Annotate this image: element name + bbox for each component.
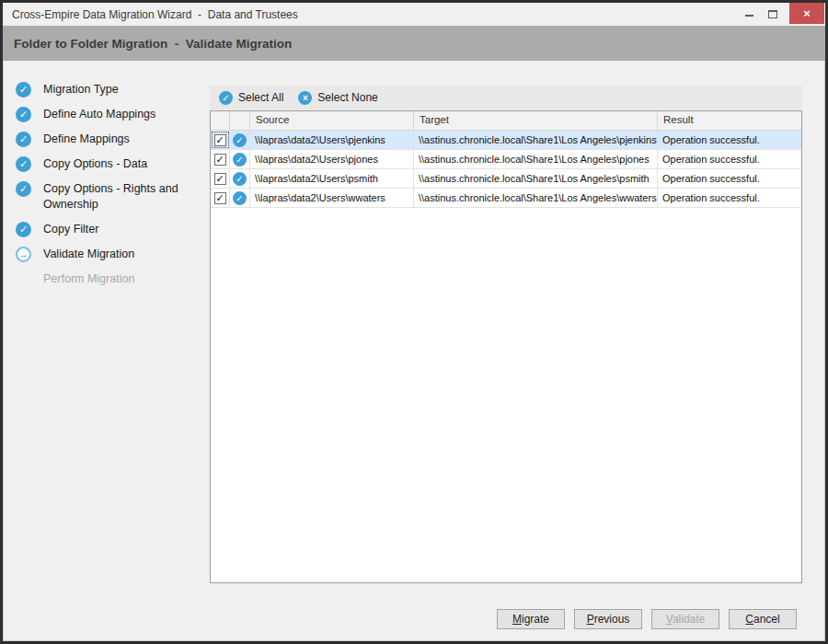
previous-button[interactable]: Previous xyxy=(574,609,642,629)
row-status-cell: ✓ xyxy=(230,150,250,168)
step-copy-options-rights: ✓ Copy Options - Rights and Ownership xyxy=(16,181,201,213)
step-copy-options-data: ✓ Copy Options - Data xyxy=(16,156,201,172)
source-cell: \\lapras\data2\Users\psmith xyxy=(250,169,414,188)
select-all-label: Select All xyxy=(238,91,283,104)
validate-button[interactable]: Validate xyxy=(651,609,719,629)
row-checkbox-cell: ✓ xyxy=(211,169,230,188)
row-checkbox-cell: ✓ xyxy=(211,189,230,207)
footer-buttons: Migrate Previous Validate Cancel xyxy=(497,609,797,629)
page-title: Folder to Folder Migration - Validate Mi… xyxy=(14,37,292,51)
result-cell: Operation successful. xyxy=(658,189,801,207)
close-button[interactable]: × xyxy=(789,3,824,24)
row-checkbox[interactable]: ✓ xyxy=(214,134,226,146)
check-circle-icon: ✓ xyxy=(219,91,233,105)
step-label: Define Mappings xyxy=(43,132,130,147)
header-result[interactable]: Result xyxy=(658,111,801,130)
source-cell: \\lapras\data2\Users\pjones xyxy=(250,150,414,168)
migrate-button[interactable]: Migrate xyxy=(497,609,565,629)
target-cell: \\astinus.chronicle.local\Share1\Los Ang… xyxy=(414,150,658,168)
source-cell: \\lapras\data2\Users\wwaters xyxy=(250,189,414,207)
selection-toolbar: ✓ Select All × Select None xyxy=(210,86,802,109)
step-complete-icon: ✓ xyxy=(16,181,31,197)
step-migration-type: ✓ Migration Type xyxy=(16,82,201,98)
cancel-button[interactable]: Cancel xyxy=(729,609,797,629)
step-label: Copy Options - Rights and Ownership xyxy=(43,181,201,213)
table-row[interactable]: ✓ ✓ \\lapras\data2\Users\psmith \\astinu… xyxy=(211,169,801,189)
target-cell: \\astinus.chronicle.local\Share1\Los Ang… xyxy=(414,189,658,207)
row-checkbox[interactable]: ✓ xyxy=(214,192,226,204)
row-status-cell: ✓ xyxy=(230,189,250,207)
step-copy-filter: ✓ Copy Filter xyxy=(16,222,201,237)
step-define-auto-mappings: ✓ Define Auto Mappings xyxy=(16,107,201,122)
wizard-steps-sidebar: ✓ Migration Type ✓ Define Auto Mappings … xyxy=(16,82,201,296)
wizard-header-band: Folder to Folder Migration - Validate Mi… xyxy=(3,26,825,61)
row-checkbox-cell: ✓ xyxy=(211,150,230,168)
step-label: Migration Type xyxy=(43,82,119,98)
step-define-mappings: ✓ Define Mappings xyxy=(16,132,201,147)
row-status-cell: ✓ xyxy=(230,131,250,149)
row-checkbox[interactable]: ✓ xyxy=(214,173,226,185)
step-label: Copy Options - Data xyxy=(43,156,147,172)
step-complete-icon: ✓ xyxy=(16,156,31,172)
minimize-button[interactable] xyxy=(737,3,761,25)
result-cell: Operation successful. xyxy=(658,150,801,168)
titlebar: Cross-Empire Data Migration Wizard - Dat… xyxy=(3,3,825,26)
minimize-icon xyxy=(745,15,753,17)
step-validate-migration: → Validate Migration xyxy=(16,247,201,262)
step-complete-icon: ✓ xyxy=(16,132,31,147)
select-all-button[interactable]: ✓ Select All xyxy=(219,91,283,105)
cross-circle-icon: × xyxy=(298,91,312,105)
step-label: Validate Migration xyxy=(43,247,134,262)
target-cell: \\astinus.chronicle.local\Share1\Los Ang… xyxy=(414,131,658,149)
select-none-button[interactable]: × Select None xyxy=(298,91,377,105)
success-check-icon: ✓ xyxy=(233,172,247,186)
header-icon-column[interactable] xyxy=(230,111,250,130)
step-label: Perform Migration xyxy=(43,271,134,287)
table-row[interactable]: ✓ ✓ \\lapras\data2\Users\pjenkins \\asti… xyxy=(211,131,801,150)
step-current-arrow-icon: → xyxy=(16,247,31,262)
step-complete-icon: ✓ xyxy=(16,82,31,98)
header-source[interactable]: Source xyxy=(250,111,414,130)
step-complete-icon: ✓ xyxy=(16,107,31,122)
row-checkbox[interactable]: ✓ xyxy=(214,154,226,166)
source-cell: \\lapras\data2\Users\pjenkins xyxy=(250,131,414,149)
window-title: Cross-Empire Data Migration Wizard - Dat… xyxy=(12,8,298,21)
table-row[interactable]: ✓ ✓ \\lapras\data2\Users\wwaters \\astin… xyxy=(211,189,801,208)
header-checkbox-column[interactable] xyxy=(211,111,230,130)
window-controls: × xyxy=(737,3,825,26)
step-label: Copy Filter xyxy=(43,222,98,237)
close-icon: × xyxy=(803,6,811,20)
wizard-window: Cross-Empire Data Migration Wizard - Dat… xyxy=(0,0,828,644)
table-row[interactable]: ✓ ✓ \\lapras\data2\Users\pjones \\astinu… xyxy=(211,150,801,169)
step-complete-icon: ✓ xyxy=(16,222,31,237)
step-label: Define Auto Mappings xyxy=(43,107,155,122)
success-check-icon: ✓ xyxy=(233,133,247,147)
success-check-icon: ✓ xyxy=(233,153,247,167)
validation-results-table: Source Target Result ✓ ✓ \\lapras\data2\… xyxy=(210,110,802,583)
row-checkbox-cell: ✓ xyxy=(211,131,230,149)
result-cell: Operation successful. xyxy=(658,169,801,188)
target-cell: \\astinus.chronicle.local\Share1\Los Ang… xyxy=(414,169,658,188)
header-target[interactable]: Target xyxy=(414,111,658,130)
table-header-row: Source Target Result xyxy=(211,111,801,131)
result-cell: Operation successful. xyxy=(658,131,801,149)
maximize-button[interactable] xyxy=(761,3,785,25)
maximize-icon xyxy=(768,10,777,18)
select-none-label: Select None xyxy=(317,91,377,104)
row-status-cell: ✓ xyxy=(230,169,250,188)
content-area: ✓ Migration Type ✓ Define Auto Mappings … xyxy=(3,61,825,641)
step-perform-migration: Perform Migration xyxy=(16,271,201,287)
success-check-icon: ✓ xyxy=(233,191,247,205)
